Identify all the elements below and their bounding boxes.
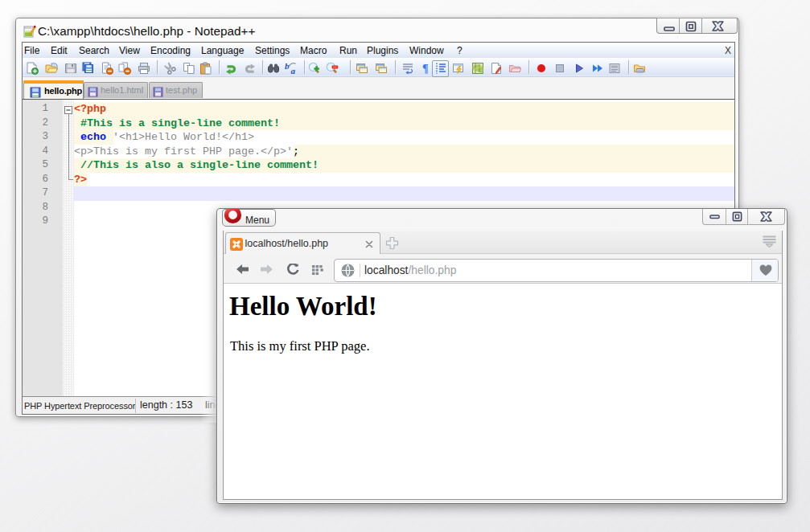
svg-text:b: b xyxy=(285,62,290,71)
svg-text:a: a xyxy=(290,66,295,75)
svg-text:¶: ¶ xyxy=(422,63,429,75)
